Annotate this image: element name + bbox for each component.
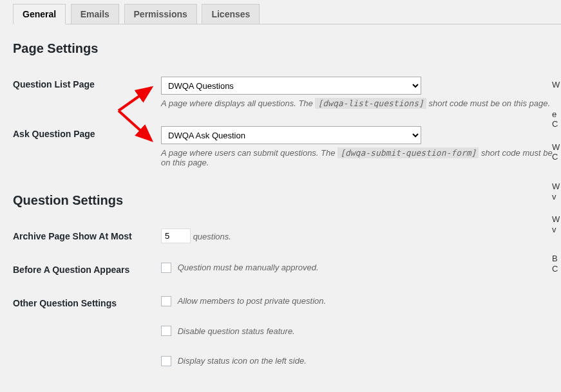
question-list-description: A page where displays all questions. The…	[161, 98, 555, 108]
label-other-question-settings: Other Question Settings	[13, 286, 161, 375]
manual-approval-label: Question must be manually approved.	[178, 263, 319, 272]
page-settings-table: Question List Page DWQA Questions A page…	[13, 68, 561, 176]
disable-status-feature-checkbox[interactable]	[161, 326, 171, 336]
label-question-list-page: Question List Page	[13, 68, 161, 117]
sidebar-fragment: W eC WC Wv Wv BC	[552, 80, 561, 283]
label-before-question-appears: Before A Question Appears	[13, 253, 161, 286]
archive-count-input[interactable]	[161, 229, 191, 243]
question-settings-heading: Question Settings	[13, 193, 561, 208]
ask-question-description: A page where users can submit questions.…	[161, 148, 555, 167]
tab-bar: General Emails Permissions Licenses	[13, 4, 561, 24]
ask-question-page-select[interactable]: DWQA Ask Question	[161, 126, 421, 144]
shortcode-submit-question: [dwqa-submit-question-form]	[338, 147, 479, 158]
allow-private-question-checkbox[interactable]	[161, 296, 171, 306]
tab-licenses[interactable]: Licenses	[202, 4, 260, 24]
question-settings-table: Archive Page Show At Most questions. Bef…	[13, 219, 561, 375]
disable-status-feature-label: Disable question status feature.	[178, 326, 295, 336]
archive-count-suffix: questions.	[193, 232, 231, 241]
label-archive-show-most: Archive Page Show At Most	[13, 219, 161, 253]
display-status-icon-checkbox[interactable]	[161, 356, 171, 366]
tab-general[interactable]: General	[13, 4, 66, 24]
label-ask-question-page: Ask Question Page	[13, 117, 161, 176]
tab-emails[interactable]: Emails	[71, 4, 119, 24]
display-status-icon-label: Display status icon on the left side.	[178, 356, 307, 366]
manual-approval-checkbox[interactable]	[161, 263, 171, 273]
page-settings-heading: Page Settings	[13, 41, 561, 56]
allow-private-question-label: Allow members to post private question.	[178, 296, 327, 306]
question-list-page-select[interactable]: DWQA Questions	[161, 77, 421, 95]
tab-permissions[interactable]: Permissions	[124, 4, 197, 24]
shortcode-list-questions: [dwqa-list-questions]	[315, 98, 426, 109]
